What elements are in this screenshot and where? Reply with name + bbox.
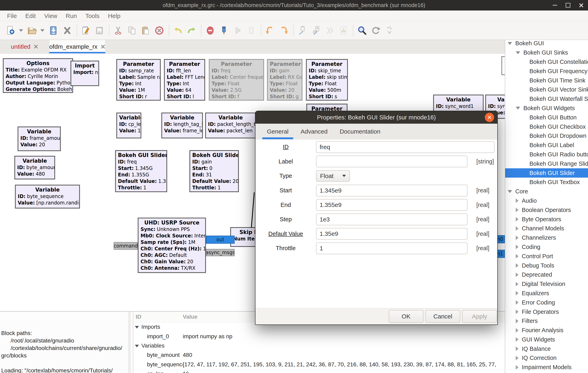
ok-button[interactable]: OK <box>389 310 423 323</box>
table-row[interactable]: cp_len 16 <box>133 369 505 373</box>
block-tree-item[interactable]: Bokeh GUI Textbox <box>505 178 588 187</box>
expander-icon[interactable] <box>516 328 519 333</box>
delete-icon[interactable] <box>154 25 165 36</box>
block-parameter-gain-disabled[interactable]: Parameter ID:gainLabel:RX GainType:Float… <box>267 59 303 101</box>
edit-code-icon[interactable] <box>219 25 229 36</box>
block-tree-item[interactable]: Fourier Analysis <box>505 326 588 335</box>
block-tree-item[interactable]: Bokeh GUI Checkbox <box>505 122 588 131</box>
flowgraph-report-icon[interactable] <box>338 25 349 36</box>
block-tree-item[interactable]: Channelizers <box>505 233 588 242</box>
redo-icon[interactable] <box>186 25 197 36</box>
expander-icon[interactable] <box>516 273 519 277</box>
minimize-icon[interactable] <box>553 5 557 6</box>
block-tree-item[interactable]: Core <box>505 187 588 196</box>
expander-icon[interactable] <box>516 217 519 221</box>
expander-icon[interactable] <box>516 337 519 342</box>
block-tree-item[interactable]: Equalizers <box>505 289 588 298</box>
block-import[interactable]: Import Import:np <box>71 61 99 86</box>
throttle-input[interactable] <box>316 242 467 254</box>
cancel-button[interactable]: Cancel <box>425 310 460 323</box>
tab-close-icon[interactable]: × <box>101 43 105 51</box>
expander-icon[interactable] <box>516 236 519 240</box>
tab-close-icon[interactable]: × <box>34 43 38 51</box>
block-tree-item[interactable]: Bokeh GUI Label <box>505 141 588 150</box>
menu-item[interactable]: Run <box>62 12 81 19</box>
cut-icon[interactable] <box>113 25 124 36</box>
block-tree-item[interactable]: Bokeh GUI <box>505 40 588 48</box>
port-async-msgs[interactable]: async_msgs <box>206 249 235 256</box>
block-tree-item[interactable]: Debug Tools <box>505 261 588 270</box>
id-input[interactable] <box>316 141 494 153</box>
tab-ofdm-example-rx[interactable]: ofdm_example_rx × <box>49 40 105 53</box>
expander-icon[interactable] <box>516 226 519 231</box>
block-tree-item[interactable]: IQ Balance <box>505 344 588 353</box>
port-out[interactable]: out <box>206 236 235 244</box>
block-library-sidebar[interactable]: Bokeh GUI Bokeh GUI Sinks Bokeh GUI Cons… <box>505 40 588 373</box>
enable-blocks-icon[interactable] <box>297 25 308 36</box>
block-tree-item[interactable]: Bokeh GUI Frequency Sink <box>505 66 588 76</box>
block-tree-item[interactable]: Digital Television <box>505 279 588 289</box>
expander-icon[interactable] <box>516 245 519 249</box>
expander-icon[interactable] <box>516 263 519 268</box>
apply-button[interactable]: Apply <box>462 310 497 323</box>
label-input[interactable] <box>316 156 467 167</box>
table-row[interactable]: import_0 import numpy as np <box>133 332 505 341</box>
execute-icon[interactable] <box>232 25 243 36</box>
copy-icon[interactable] <box>126 25 137 36</box>
block-bokeh-gui-slider-gain[interactable]: Bokeh GUI Slider ID:gainStart:0End:31Def… <box>189 150 239 192</box>
block-tree-item[interactable]: Bokeh GUI Constellation Sink <box>505 57 588 67</box>
new-dropdown-icon[interactable] <box>19 29 23 32</box>
step-input[interactable] <box>316 214 467 225</box>
expander-icon[interactable] <box>516 319 519 323</box>
block-tree-item[interactable]: Bokeh GUI Vector Sink <box>505 85 588 94</box>
dialog-title-bar[interactable]: Properties: Bokeh GUI Slider (sur mnode1… <box>255 111 497 124</box>
expander-icon[interactable] <box>508 190 512 193</box>
close-icon[interactable]: × <box>579 1 584 9</box>
find-blocks-icon[interactable] <box>357 25 368 36</box>
block-tree-item[interactable]: Bokeh GUI Waterfall Sink <box>505 94 588 104</box>
block-variable-length-tag-key[interactable]: Variable ID:length_tag_keyValue:frame_le… <box>161 112 203 138</box>
block-tree-item[interactable]: Bokeh GUI Button <box>505 113 588 122</box>
open-flowgraph-icon[interactable] <box>27 25 38 36</box>
menu-item[interactable]: Edit <box>21 12 40 19</box>
table-row[interactable]: byte_amount 480 <box>133 350 505 360</box>
bypass-blocks-icon[interactable] <box>324 25 335 36</box>
expander-icon[interactable] <box>516 347 519 351</box>
block-parameter-fft-len[interactable]: Parameter ID:fft_lenLabel:FFT LengthType… <box>164 59 205 101</box>
new-flowgraph-icon[interactable] <box>5 25 16 36</box>
rotate-counterclockwise-icon[interactable] <box>264 25 275 36</box>
start-input[interactable] <box>316 185 467 197</box>
menu-item[interactable]: Help <box>104 12 125 19</box>
block-tree-item[interactable]: Bokeh GUI Time Sink <box>505 76 588 85</box>
block-tree-item[interactable]: Audio <box>505 196 588 206</box>
block-tree-item[interactable]: Bokeh GUI Sinks <box>505 48 588 57</box>
expander-icon[interactable] <box>516 51 520 54</box>
block-parameter-freq-disabled[interactable]: Parameter ID:freqLabel:Center frequencyT… <box>209 59 264 101</box>
tab-untitled[interactable]: untitled × <box>0 40 49 53</box>
block-variable-frame-amount[interactable]: Variable ID:frame_amountValue:20 <box>18 126 61 151</box>
block-variable-byte-amount[interactable]: Variable ID:byte_amountValue:480 <box>14 156 55 179</box>
expander-icon[interactable] <box>516 254 519 258</box>
expander-icon[interactable] <box>516 208 519 212</box>
tab-general[interactable]: General <box>262 124 293 139</box>
rotate-clockwise-icon[interactable] <box>278 25 289 36</box>
block-tree-item[interactable]: IQ Correction <box>505 353 588 363</box>
block-tree-item[interactable]: Boolean Operators <box>505 205 588 215</box>
block-tree-item[interactable]: Channel Models <box>505 224 588 233</box>
dialog-close-icon[interactable]: ✕ <box>485 113 494 122</box>
menu-item[interactable]: View <box>40 12 61 19</box>
keyboard-shortcuts-icon[interactable] <box>384 25 395 36</box>
reload-blocks-icon[interactable] <box>370 25 381 36</box>
close-flowgraph-icon[interactable] <box>62 25 73 36</box>
kill-icon[interactable] <box>246 25 257 36</box>
block-options[interactable]: Options Title:Example OFDM RXAuthor:Cyri… <box>3 58 73 93</box>
block-uhd-usrp-source[interactable]: UHD: USRP Source Sync:Unknown PPSMb0: Cl… <box>138 218 206 273</box>
block-tree-item[interactable]: Filters <box>505 317 588 326</box>
block-tree-item[interactable]: GUI Widgets <box>505 335 588 344</box>
block-parameter-skip-time[interactable]: Parameter ID:skip_timeLabel:skip stimeTy… <box>306 59 348 101</box>
expander-icon[interactable] <box>508 42 512 45</box>
tab-documentation[interactable]: Documentation <box>335 124 385 139</box>
port-command[interactable]: command <box>114 242 138 250</box>
screen-capture-icon[interactable] <box>94 25 105 36</box>
block-tree-item[interactable]: Byte Operators <box>505 215 588 224</box>
